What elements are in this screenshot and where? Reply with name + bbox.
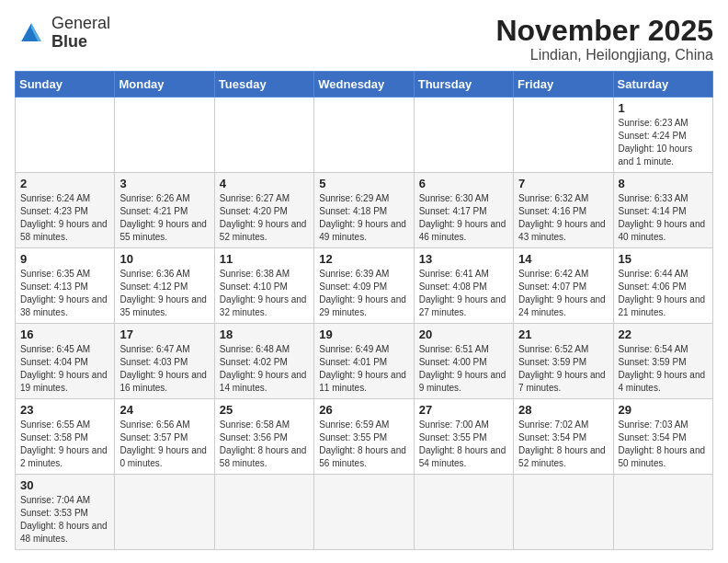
day-info: Sunrise: 6:51 AMSunset: 4:00 PMDaylight:… (419, 343, 508, 395)
calendar-cell: 11Sunrise: 6:38 AMSunset: 4:10 PMDayligh… (214, 248, 313, 324)
calendar-week-6: 30Sunrise: 7:04 AMSunset: 3:53 PMDayligh… (16, 475, 713, 550)
day-info: Sunrise: 6:41 AMSunset: 4:08 PMDaylight:… (419, 268, 508, 319)
calendar-cell (314, 475, 414, 550)
calendar-cell: 25Sunrise: 6:58 AMSunset: 3:56 PMDayligh… (214, 399, 313, 475)
page-header: GeneralBlue November 2025 Lindian, Heilo… (15, 15, 713, 63)
day-info: Sunrise: 6:59 AMSunset: 3:55 PMDaylight:… (319, 419, 408, 470)
calendar-cell: 20Sunrise: 6:51 AMSunset: 4:00 PMDayligh… (414, 324, 513, 399)
day-info: Sunrise: 6:26 AMSunset: 4:21 PMDaylight:… (119, 192, 209, 244)
calendar-cell: 6Sunrise: 6:30 AMSunset: 4:17 PMDaylight… (414, 173, 513, 248)
day-number: 5 (319, 177, 408, 190)
day-info: Sunrise: 6:56 AMSunset: 3:57 PMDaylight:… (119, 419, 209, 470)
calendar-cell: 1Sunrise: 6:23 AMSunset: 4:24 PMDaylight… (613, 98, 712, 173)
day-info: Sunrise: 6:27 AMSunset: 4:20 PMDaylight:… (220, 192, 309, 244)
calendar-cell: 13Sunrise: 6:41 AMSunset: 4:08 PMDayligh… (414, 248, 513, 324)
calendar-cell (514, 475, 613, 550)
calendar-cell (115, 475, 214, 550)
calendar-cell (214, 98, 313, 173)
day-number: 28 (518, 403, 608, 417)
calendar-week-4: 16Sunrise: 6:45 AMSunset: 4:04 PMDayligh… (16, 324, 713, 399)
calendar-cell (115, 98, 214, 173)
day-number: 3 (119, 177, 209, 190)
day-info: Sunrise: 6:29 AMSunset: 4:18 PMDaylight:… (319, 192, 408, 244)
calendar-cell (514, 98, 613, 173)
calendar-cell: 28Sunrise: 7:02 AMSunset: 3:54 PMDayligh… (514, 399, 613, 475)
day-info: Sunrise: 6:35 AMSunset: 4:13 PMDaylight:… (20, 268, 109, 319)
day-number: 13 (419, 252, 508, 266)
weekday-header-wednesday: Wednesday (314, 72, 414, 98)
calendar-week-3: 9Sunrise: 6:35 AMSunset: 4:13 PMDaylight… (16, 248, 713, 324)
day-number: 7 (518, 177, 608, 190)
day-info: Sunrise: 6:24 AMSunset: 4:23 PMDaylight:… (20, 192, 109, 244)
weekday-header-sunday: Sunday (16, 72, 115, 98)
day-info: Sunrise: 6:32 AMSunset: 4:16 PMDaylight:… (518, 192, 608, 244)
day-number: 4 (220, 177, 309, 190)
day-info: Sunrise: 6:54 AMSunset: 3:59 PMDaylight:… (619, 343, 708, 395)
calendar-table: SundayMondayTuesdayWednesdayThursdayFrid… (15, 71, 713, 550)
day-info: Sunrise: 6:36 AMSunset: 4:12 PMDaylight:… (119, 268, 209, 319)
day-number: 29 (619, 403, 708, 417)
day-info: Sunrise: 6:45 AMSunset: 4:04 PMDaylight:… (20, 343, 109, 395)
month-title: November 2025 (495, 15, 713, 47)
calendar-cell (414, 475, 513, 550)
calendar-cell: 17Sunrise: 6:47 AMSunset: 4:03 PMDayligh… (115, 324, 214, 399)
day-info: Sunrise: 6:49 AMSunset: 4:01 PMDaylight:… (319, 343, 408, 395)
day-number: 26 (319, 403, 408, 417)
day-info: Sunrise: 7:04 AMSunset: 3:53 PMDaylight:… (20, 494, 109, 546)
day-info: Sunrise: 6:47 AMSunset: 4:03 PMDaylight:… (119, 343, 209, 395)
weekday-header-thursday: Thursday (414, 72, 513, 98)
calendar-cell: 22Sunrise: 6:54 AMSunset: 3:59 PMDayligh… (613, 324, 712, 399)
day-number: 18 (220, 327, 309, 341)
day-number: 21 (518, 327, 608, 341)
day-info: Sunrise: 6:39 AMSunset: 4:09 PMDaylight:… (319, 268, 408, 319)
calendar-cell: 21Sunrise: 6:52 AMSunset: 3:59 PMDayligh… (514, 324, 613, 399)
calendar-cell: 26Sunrise: 6:59 AMSunset: 3:55 PMDayligh… (314, 399, 414, 475)
calendar-cell: 2Sunrise: 6:24 AMSunset: 4:23 PMDaylight… (16, 173, 115, 248)
day-number: 16 (20, 327, 109, 341)
calendar-week-1: 1Sunrise: 6:23 AMSunset: 4:24 PMDaylight… (16, 98, 713, 173)
calendar-cell: 10Sunrise: 6:36 AMSunset: 4:12 PMDayligh… (115, 248, 214, 324)
calendar-cell: 16Sunrise: 6:45 AMSunset: 4:04 PMDayligh… (16, 324, 115, 399)
day-number: 14 (518, 252, 608, 266)
calendar-cell (314, 98, 414, 173)
day-number: 25 (220, 403, 309, 417)
title-area: November 2025 Lindian, Heilongjiang, Chi… (495, 15, 713, 63)
calendar-cell: 14Sunrise: 6:42 AMSunset: 4:07 PMDayligh… (514, 248, 613, 324)
logo: GeneralBlue (15, 15, 110, 52)
calendar-cell (214, 475, 313, 550)
day-info: Sunrise: 6:55 AMSunset: 3:58 PMDaylight:… (20, 419, 109, 470)
calendar-cell (16, 98, 115, 173)
calendar-cell: 19Sunrise: 6:49 AMSunset: 4:01 PMDayligh… (314, 324, 414, 399)
day-info: Sunrise: 6:42 AMSunset: 4:07 PMDaylight:… (518, 268, 608, 319)
day-info: Sunrise: 6:38 AMSunset: 4:10 PMDaylight:… (220, 268, 309, 319)
calendar-cell: 7Sunrise: 6:32 AMSunset: 4:16 PMDaylight… (514, 173, 613, 248)
calendar-cell (414, 98, 513, 173)
calendar-cell (613, 475, 712, 550)
calendar-cell: 8Sunrise: 6:33 AMSunset: 4:14 PMDaylight… (613, 173, 712, 248)
day-number: 20 (419, 327, 508, 341)
calendar-week-5: 23Sunrise: 6:55 AMSunset: 3:58 PMDayligh… (16, 399, 713, 475)
day-number: 17 (119, 327, 209, 341)
day-info: Sunrise: 7:00 AMSunset: 3:55 PMDaylight:… (419, 419, 508, 470)
day-number: 23 (20, 403, 109, 417)
weekday-header-monday: Monday (115, 72, 214, 98)
day-number: 6 (419, 177, 508, 190)
day-info: Sunrise: 7:03 AMSunset: 3:54 PMDaylight:… (619, 419, 708, 470)
calendar-cell: 12Sunrise: 6:39 AMSunset: 4:09 PMDayligh… (314, 248, 414, 324)
day-number: 2 (20, 177, 109, 190)
calendar-cell: 9Sunrise: 6:35 AMSunset: 4:13 PMDaylight… (16, 248, 115, 324)
day-info: Sunrise: 6:58 AMSunset: 3:56 PMDaylight:… (220, 419, 309, 470)
calendar-cell: 18Sunrise: 6:48 AMSunset: 4:02 PMDayligh… (214, 324, 313, 399)
calendar-cell: 29Sunrise: 7:03 AMSunset: 3:54 PMDayligh… (613, 399, 712, 475)
calendar-cell: 23Sunrise: 6:55 AMSunset: 3:58 PMDayligh… (16, 399, 115, 475)
day-info: Sunrise: 6:30 AMSunset: 4:17 PMDaylight:… (419, 192, 508, 244)
generalblue-logo-icon (15, 17, 48, 50)
weekday-header-tuesday: Tuesday (214, 72, 313, 98)
day-number: 22 (619, 327, 708, 341)
weekday-header-row: SundayMondayTuesdayWednesdayThursdayFrid… (16, 72, 713, 98)
day-info: Sunrise: 6:23 AMSunset: 4:24 PMDaylight:… (619, 117, 708, 168)
day-number: 1 (619, 101, 708, 115)
day-number: 27 (419, 403, 508, 417)
calendar-cell: 15Sunrise: 6:44 AMSunset: 4:06 PMDayligh… (613, 248, 712, 324)
day-number: 24 (119, 403, 209, 417)
